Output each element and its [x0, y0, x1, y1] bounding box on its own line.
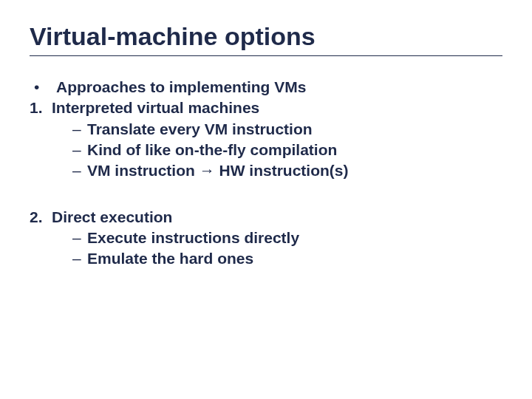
- dash-icon: –: [72, 248, 87, 269]
- item-number: 2.: [30, 207, 52, 228]
- sub-text: Emulate the hard ones: [87, 248, 253, 269]
- sub-bullet: – VM instruction → HW instruction(s): [30, 160, 502, 181]
- bullet-row: • Approaches to implementing VMs: [30, 77, 502, 98]
- item-text: Direct execution: [52, 207, 172, 228]
- slide-body: • Approaches to implementing VMs 1. Inte…: [30, 77, 502, 270]
- sub-bullet: – Kind of like on-the-fly compilation: [30, 140, 502, 160]
- sub-bullet: – Translate every VM instruction: [30, 119, 502, 140]
- dash-icon: –: [72, 160, 87, 181]
- numbered-item-2: 2. Direct execution: [30, 207, 502, 228]
- spacer: [30, 182, 502, 207]
- sub-text: VM instruction → HW instruction(s): [87, 160, 348, 181]
- bullet-text: Approaches to implementing VMs: [56, 77, 306, 98]
- dash-icon: –: [72, 140, 87, 160]
- item-number: 1.: [30, 98, 52, 118]
- sub-text: Execute instructions directly: [87, 228, 299, 248]
- slide-title: Virtual-machine options: [30, 22, 502, 51]
- sub-text: Translate every VM instruction: [87, 119, 313, 140]
- slide: Virtual-machine options • Approaches to …: [0, 0, 532, 399]
- item-text: Interpreted virtual machines: [52, 98, 259, 118]
- sub-bullet: – Emulate the hard ones: [30, 248, 502, 269]
- title-rule: [30, 55, 502, 56]
- bullet-icon: •: [30, 77, 56, 98]
- sub-text: Kind of like on-the-fly compilation: [87, 140, 337, 160]
- dash-icon: –: [72, 119, 87, 140]
- numbered-item-1: 1. Interpreted virtual machines: [30, 98, 502, 118]
- dash-icon: –: [72, 228, 87, 248]
- sub-bullet: – Execute instructions directly: [30, 228, 502, 248]
